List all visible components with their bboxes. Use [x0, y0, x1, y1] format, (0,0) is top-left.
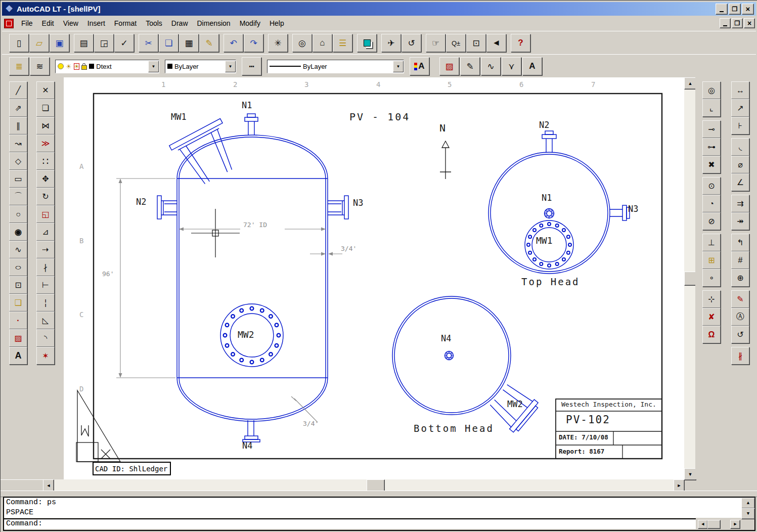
circle-button[interactable]: ○ — [9, 205, 27, 223]
dim-update-button[interactable]: ↺ — [731, 326, 749, 343]
layer-control-button[interactable]: ≋ — [30, 57, 50, 75]
dim-edit-button[interactable]: ✎ — [731, 290, 749, 308]
cad-id-tab[interactable]: CAD ID: ShlLedger — [93, 462, 171, 475]
chamfer-button[interactable]: ◺ — [36, 312, 55, 329]
make-block-button[interactable]: ❑ — [9, 294, 27, 312]
title-bar[interactable]: ❖ AutoCAD LT - [shellPV] ❐ × — [2, 2, 756, 16]
menu-modify[interactable]: Modify — [235, 18, 265, 29]
edit-multiline-button[interactable]: ⋎ — [502, 57, 521, 75]
linetype-combo-arrow[interactable]: ▼ — [393, 61, 404, 72]
layer-combo-arrow[interactable]: ▼ — [148, 61, 159, 72]
break-button[interactable]: ¦ — [36, 294, 55, 312]
snap-intersection-button[interactable]: ✖ — [702, 156, 721, 173]
offset-button[interactable]: ≫ — [36, 135, 55, 152]
move-button[interactable]: ✥ — [36, 170, 55, 188]
command-scroll-down-button[interactable]: ▼ — [741, 508, 755, 519]
copy-object-button[interactable]: ❏ — [36, 99, 55, 117]
stretch-button[interactable]: ⊿ — [36, 223, 55, 241]
trim-button[interactable]: ∤ — [36, 258, 55, 276]
line-button[interactable]: ╱ — [9, 81, 27, 99]
cut-button[interactable]: ✂ — [139, 34, 158, 52]
arc-button[interactable]: ⌒ — [9, 188, 27, 205]
snap-midpoint-button[interactable]: ⊶ — [702, 138, 721, 156]
distance-button[interactable]: ⌂ — [313, 34, 332, 52]
center-mark-button[interactable]: ⊕ — [731, 269, 749, 287]
snap-center-button[interactable]: ⊙ — [702, 177, 721, 195]
dim-radius-button[interactable]: ◟ — [731, 138, 749, 156]
menu-draw[interactable]: Draw — [167, 18, 193, 29]
object-snap-button[interactable]: ✳ — [268, 34, 288, 52]
restore-button[interactable]: ❐ — [729, 4, 741, 15]
doc-close-button[interactable]: × — [744, 18, 755, 28]
scroll-right-button[interactable]: ► — [674, 479, 685, 492]
command-input[interactable]: Command: — [4, 518, 696, 529]
snap-nearest-button[interactable]: ⊹ — [702, 290, 721, 308]
polygon-button[interactable]: ◇ — [9, 152, 27, 170]
command-history[interactable]: Command: psPSPACE — [4, 498, 742, 518]
menu-tools[interactable]: Tools — [141, 18, 167, 29]
menu-edit[interactable]: Edit — [37, 18, 59, 29]
tracking-button[interactable]: ◎ — [292, 34, 312, 52]
command-scroll-up-button[interactable]: ▲ — [741, 498, 755, 509]
undo-button[interactable]: ↶ — [224, 34, 243, 52]
pan-button[interactable]: ☞ — [426, 34, 446, 52]
zoom-previous-button[interactable]: ◄ — [486, 34, 506, 52]
help-button[interactable]: ? — [511, 34, 530, 52]
layers-button[interactable]: ≣ — [9, 57, 29, 75]
color-combo[interactable]: ByLayer ▼ — [165, 60, 236, 73]
extend-button[interactable]: ⊢ — [36, 276, 55, 294]
edit-spline-button[interactable]: ∿ — [481, 57, 501, 75]
dim-linear-button[interactable]: ↔ — [731, 81, 749, 99]
menu-insert[interactable]: Insert — [83, 18, 110, 29]
redraw-button[interactable]: ↺ — [402, 34, 421, 52]
snap-endpoint-button[interactable]: ⊸ — [702, 120, 721, 138]
edit-text-button[interactable]: A — [522, 57, 542, 75]
print-button[interactable]: ▤ — [74, 34, 94, 52]
snap-insert-button[interactable]: ⊞ — [702, 251, 721, 269]
linetype-combo[interactable]: ByLayer ▼ — [267, 60, 404, 73]
zoom-realtime-button[interactable]: Q± — [446, 34, 466, 52]
horizontal-scroll-thumb[interactable] — [367, 479, 385, 492]
edit-polyline-button[interactable]: ✎ — [460, 57, 480, 75]
polyline-button[interactable]: ↝ — [9, 135, 27, 152]
construction-line-button[interactable]: ⇗ — [9, 99, 27, 117]
multiline-button[interactable]: ∥ — [9, 117, 27, 135]
snap-none-button[interactable]: ✘ — [702, 308, 721, 326]
new-button[interactable]: ▯ — [9, 34, 29, 52]
open-button[interactable]: ▱ — [29, 34, 49, 52]
tolerance-button[interactable]: # — [731, 251, 749, 269]
dim-aligned-button[interactable]: ↗ — [731, 99, 749, 117]
properties-button[interactable]: A — [410, 57, 429, 75]
redo-button[interactable]: ↷ — [244, 34, 263, 52]
scroll-left-button[interactable]: ◄ — [43, 479, 54, 492]
dim-text-edit-button[interactable]: Ⓐ — [731, 308, 749, 326]
list-button[interactable]: ☰ — [333, 34, 352, 52]
rectangle-button[interactable]: ▭ — [9, 170, 27, 188]
dim-angular-button[interactable]: ∠ — [731, 173, 749, 191]
linetype-button[interactable]: ┅ — [242, 57, 261, 75]
document-icon[interactable] — [4, 19, 14, 28]
draw-order-button[interactable] — [357, 34, 377, 52]
dim-baseline-button[interactable]: ⇉ — [731, 195, 749, 212]
snap-from-button[interactable]: ⌞ — [702, 99, 721, 117]
dim-diameter-button[interactable]: ⌀ — [731, 156, 749, 173]
rotate-button[interactable]: ↻ — [36, 188, 55, 205]
dim-ordinate-button[interactable]: ⊦ — [731, 117, 749, 135]
snap-node-button[interactable]: ∘ — [702, 269, 721, 287]
menu-dimension[interactable]: Dimension — [193, 18, 235, 29]
erase-button[interactable]: ✕ — [36, 81, 55, 99]
hatch-button[interactable]: ▨ — [9, 329, 27, 347]
snap-perpendicular-button[interactable]: ⊥ — [702, 234, 721, 251]
minimize-button[interactable] — [716, 4, 728, 15]
command-input-scroll-left[interactable]: ◄ — [698, 520, 708, 529]
horizontal-scrollbar[interactable]: ◄ ► — [43, 479, 685, 491]
close-button[interactable]: × — [742, 4, 754, 15]
mirror-button[interactable]: ⋈ — [36, 117, 55, 135]
dim-continue-button[interactable]: ↠ — [731, 212, 749, 230]
snap-tracking-button[interactable]: ◎ — [702, 81, 721, 99]
menu-help[interactable]: Help — [265, 18, 289, 29]
scroll-up-button[interactable]: ▲ — [684, 77, 696, 90]
snap-settings-button[interactable]: Ω — [702, 326, 721, 343]
insert-block-button[interactable]: ⊡ — [9, 276, 27, 294]
snap-tangent-button[interactable]: ⊘ — [702, 212, 721, 230]
